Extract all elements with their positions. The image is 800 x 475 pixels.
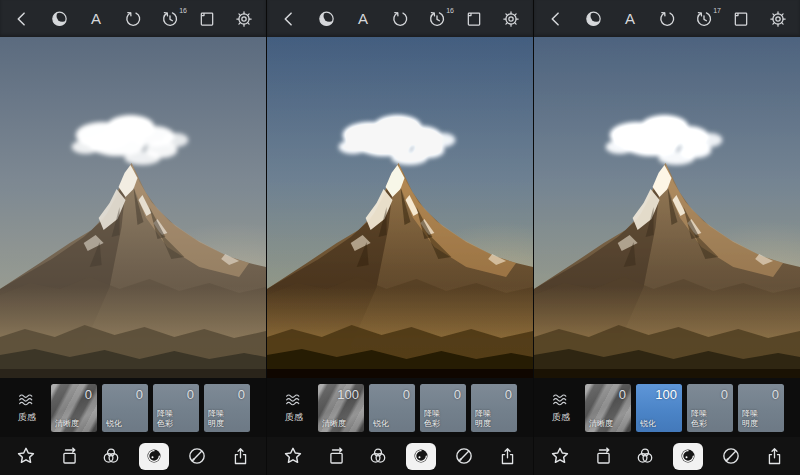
tile-value: 0 — [85, 387, 92, 402]
history-button[interactable]: 16 — [425, 7, 449, 31]
texture-group-button[interactable]: 质感 — [8, 391, 46, 424]
tile-value: 0 — [721, 387, 728, 402]
text-tool-button[interactable]: A — [84, 7, 108, 31]
texture-group-label: 质感 — [18, 411, 36, 424]
tile-sharpen-selected[interactable]: 100 锐化 — [636, 384, 682, 432]
tile-clarity[interactable]: 0 清晰度 — [585, 384, 631, 432]
magic-brush-button[interactable] — [451, 443, 477, 469]
filters-button[interactable] — [632, 443, 658, 469]
share-button[interactable] — [761, 443, 787, 469]
photo-canvas[interactable] — [267, 37, 533, 378]
text-tool-button[interactable]: A — [351, 7, 375, 31]
back-button[interactable] — [277, 7, 301, 31]
canvas-button[interactable] — [462, 7, 486, 31]
tile-denoise-color[interactable]: 0 降噪 色彩 — [687, 384, 733, 432]
tile-denoise-luminance[interactable]: 0 降噪 明度 — [471, 384, 517, 432]
canvas-button[interactable] — [729, 7, 753, 31]
tile-label: 降噪 色彩 — [691, 409, 707, 428]
tile-value: 0 — [505, 387, 512, 402]
tile-value: 0 — [403, 387, 410, 402]
adjust-knob-button[interactable] — [406, 443, 436, 470]
tool-switcher — [57, 443, 210, 470]
tool-switcher — [591, 443, 744, 470]
history-count-badge: 16 — [446, 7, 454, 14]
editor-sphere-icon[interactable] — [314, 7, 338, 31]
editor-sphere-icon[interactable] — [581, 7, 605, 31]
tile-label: 锐化 — [640, 419, 656, 429]
settings-button[interactable] — [499, 7, 523, 31]
waves-icon — [16, 391, 38, 408]
waves-icon — [283, 391, 305, 408]
tile-value: 0 — [772, 387, 779, 402]
tile-denoise-luminance[interactable]: 0 降噪 明度 — [738, 384, 784, 432]
magic-brush-button[interactable] — [718, 443, 744, 469]
tile-value: 0 — [619, 387, 626, 402]
crop-rotate-button[interactable] — [57, 443, 83, 469]
tile-value: 100 — [655, 387, 677, 402]
text-tool-glyph: A — [91, 10, 101, 27]
tile-label: 清晰度 — [322, 419, 346, 429]
panel-original: A 16 质感 0 清晰度 0 锐化 0 降噪 色彩 — [0, 0, 266, 475]
crop-rotate-button[interactable] — [591, 443, 617, 469]
history-button[interactable]: 17 — [692, 7, 716, 31]
tile-label: 清晰度 — [589, 419, 613, 429]
tile-label: 清晰度 — [55, 419, 79, 429]
tool-switcher — [324, 443, 477, 470]
texture-group-button[interactable]: 质感 — [275, 391, 313, 424]
photo-canvas[interactable] — [534, 37, 800, 378]
back-button[interactable] — [544, 7, 568, 31]
tile-denoise-luminance[interactable]: 0 降噪 明度 — [204, 384, 250, 432]
favorite-star-button[interactable] — [13, 443, 39, 469]
tile-denoise-color[interactable]: 0 降噪 色彩 — [153, 384, 199, 432]
share-button[interactable] — [227, 443, 253, 469]
history-count-badge: 17 — [713, 7, 721, 14]
back-button[interactable] — [10, 7, 34, 31]
adjustment-row: 质感 0 清晰度 100 锐化 0 降噪 色彩 0 降噪 明度 — [534, 378, 800, 437]
top-toolbar: A 16 — [267, 0, 533, 37]
text-tool-glyph: A — [625, 10, 635, 27]
waves-icon — [550, 391, 572, 408]
bottom-toolbar — [267, 437, 533, 475]
adjustment-row: 质感 100 清晰度 0 锐化 0 降噪 色彩 0 降噪 明度 — [267, 378, 533, 437]
photo-canvas[interactable] — [0, 37, 266, 378]
canvas-button[interactable] — [195, 7, 219, 31]
tile-label: 降噪 色彩 — [424, 409, 440, 428]
texture-group-button[interactable]: 质感 — [542, 391, 580, 424]
editor-sphere-icon[interactable] — [47, 7, 71, 31]
share-button[interactable] — [494, 443, 520, 469]
magic-brush-button[interactable] — [184, 443, 210, 469]
undo-button[interactable] — [655, 7, 679, 31]
adjust-knob-button[interactable] — [139, 443, 169, 470]
favorite-star-button[interactable] — [280, 443, 306, 469]
panel-clarity-100: A 16 质感 100 清晰度 0 锐化 0 降噪 色彩 — [266, 0, 533, 475]
tile-sharpen[interactable]: 0 锐化 — [102, 384, 148, 432]
undo-button[interactable] — [121, 7, 145, 31]
tile-clarity[interactable]: 0 清晰度 — [51, 384, 97, 432]
top-toolbar: A 17 — [534, 0, 800, 37]
tile-label: 降噪 明度 — [475, 409, 491, 428]
texture-group-label: 质感 — [552, 411, 570, 424]
tile-label: 降噪 明度 — [742, 409, 758, 428]
bottom-toolbar — [534, 437, 800, 475]
adjustment-row: 质感 0 清晰度 0 锐化 0 降噪 色彩 0 降噪 明度 — [0, 378, 266, 437]
tile-clarity[interactable]: 100 清晰度 — [318, 384, 364, 432]
editor-comparison: A 16 质感 0 清晰度 0 锐化 0 降噪 色彩 — [0, 0, 800, 475]
tile-value: 100 — [337, 387, 359, 402]
favorite-star-button[interactable] — [547, 443, 573, 469]
text-tool-button[interactable]: A — [618, 7, 642, 31]
bottom-toolbar — [0, 437, 266, 475]
tile-label: 锐化 — [106, 419, 122, 429]
settings-button[interactable] — [232, 7, 256, 31]
filters-button[interactable] — [98, 443, 124, 469]
undo-button[interactable] — [388, 7, 412, 31]
tile-denoise-color[interactable]: 0 降噪 色彩 — [420, 384, 466, 432]
crop-rotate-button[interactable] — [324, 443, 350, 469]
tile-value: 0 — [238, 387, 245, 402]
text-tool-glyph: A — [358, 10, 368, 27]
history-count-badge: 16 — [179, 7, 187, 14]
adjust-knob-button[interactable] — [673, 443, 703, 470]
settings-button[interactable] — [766, 7, 790, 31]
history-button[interactable]: 16 — [158, 7, 182, 31]
filters-button[interactable] — [365, 443, 391, 469]
tile-sharpen[interactable]: 0 锐化 — [369, 384, 415, 432]
